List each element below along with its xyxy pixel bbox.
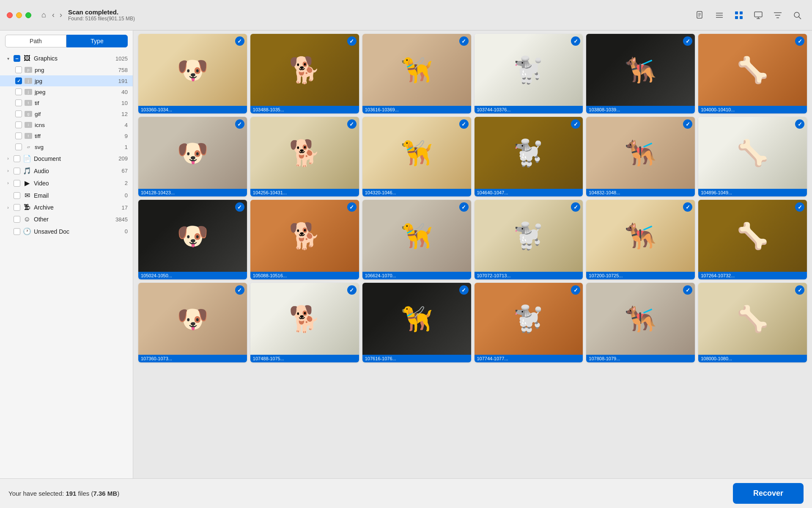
- image-thumbnail: 🐕‍🦺: [586, 283, 695, 355]
- image-card[interactable]: 🐶 103360-1034... ✓: [138, 34, 247, 113]
- tiff-checkbox[interactable]: [15, 133, 22, 139]
- check-badge[interactable]: ✓: [683, 119, 692, 129]
- monitor-view-button[interactable]: [750, 9, 766, 22]
- list-view-button[interactable]: [711, 9, 727, 22]
- check-badge[interactable]: ✓: [683, 202, 692, 212]
- home-button[interactable]: ⌂: [38, 9, 49, 21]
- image-card[interactable]: 🐶 105024-1050... ✓: [138, 200, 247, 279]
- gif-checkbox[interactable]: [15, 110, 22, 117]
- close-button[interactable]: [7, 12, 13, 18]
- document-checkbox[interactable]: [14, 155, 20, 162]
- image-card[interactable]: 🐕‍🦺 107200-10725... ✓: [586, 200, 695, 279]
- sidebar-item-jpeg[interactable]: j jpeg 40: [0, 86, 133, 97]
- image-card[interactable]: 🦮 104320-1046... ✓: [362, 117, 471, 196]
- type-tab[interactable]: Type: [66, 35, 128, 47]
- video-checkbox[interactable]: [14, 180, 20, 187]
- grid-view-button[interactable]: [731, 9, 747, 22]
- png-checkbox[interactable]: [15, 66, 22, 73]
- image-card[interactable]: 🐩 104640-1047... ✓: [475, 117, 583, 196]
- image-card[interactable]: 🦮 107616-1076... ✓: [362, 283, 471, 362]
- image-label: 103616-10369...: [362, 106, 471, 113]
- image-card[interactable]: 🐕 107488-1075... ✓: [250, 283, 359, 362]
- image-card[interactable]: 🐩 103744-10376... ✓: [475, 34, 583, 113]
- path-tab[interactable]: Path: [5, 35, 66, 47]
- check-badge[interactable]: ✓: [235, 285, 244, 295]
- recover-button[interactable]: Recover: [733, 483, 804, 504]
- archive-checkbox[interactable]: [14, 204, 20, 211]
- check-badge[interactable]: ✓: [795, 202, 804, 212]
- other-checkbox[interactable]: [14, 216, 20, 223]
- image-card[interactable]: 🐶 107360-1073... ✓: [138, 283, 247, 362]
- check-badge[interactable]: ✓: [459, 36, 469, 46]
- sidebar-item-video[interactable]: › ▶ Video 2: [0, 177, 133, 189]
- sidebar-item-tif[interactable]: t tif 10: [0, 97, 133, 108]
- sidebar-item-audio[interactable]: › 🎵 Audio 67: [0, 165, 133, 177]
- sidebar-item-icns[interactable]: i icns 4: [0, 119, 133, 130]
- image-card[interactable]: 🐕‍🦺 103808-1039... ✓: [586, 34, 695, 113]
- sidebar-item-gif[interactable]: g gif 12: [0, 108, 133, 119]
- forward-button[interactable]: ›: [57, 9, 65, 21]
- unsaved-checkbox[interactable]: [14, 228, 20, 235]
- filter-button[interactable]: [770, 9, 786, 22]
- image-card[interactable]: 🐩 107072-10713... ✓: [475, 200, 583, 279]
- check-badge[interactable]: ✓: [683, 36, 692, 46]
- image-card[interactable]: 🐕 104256-10431... ✓: [250, 117, 359, 196]
- check-badge[interactable]: ✓: [347, 36, 357, 46]
- check-badge[interactable]: ✓: [347, 285, 357, 295]
- check-badge[interactable]: ✓: [459, 202, 469, 212]
- check-badge[interactable]: ✓: [459, 119, 469, 129]
- sidebar-item-graphics[interactable]: ▾ 🖼 Graphics 1025: [0, 52, 133, 64]
- check-badge[interactable]: ✓: [235, 119, 244, 129]
- image-card[interactable]: 🦴 107264-10732... ✓: [698, 200, 807, 279]
- image-card[interactable]: 🦴 108000-1080... ✓: [698, 283, 807, 362]
- image-card[interactable]: 🦴 104896-1049... ✓: [698, 117, 807, 196]
- check-badge[interactable]: ✓: [795, 119, 804, 129]
- image-card[interactable]: 🐩 107744-1077... ✓: [475, 283, 583, 362]
- image-card[interactable]: 🦮 103616-10369... ✓: [362, 34, 471, 113]
- check-badge[interactable]: ✓: [795, 36, 804, 46]
- audio-count: 67: [122, 168, 128, 174]
- check-badge[interactable]: ✓: [683, 285, 692, 295]
- check-badge[interactable]: ✓: [235, 202, 244, 212]
- graphics-checkbox[interactable]: [14, 55, 20, 62]
- image-label: 104000-10410...: [698, 106, 807, 113]
- check-badge[interactable]: ✓: [459, 285, 469, 295]
- minimize-button[interactable]: [16, 12, 22, 18]
- check-badge[interactable]: ✓: [795, 285, 804, 295]
- audio-checkbox[interactable]: [14, 168, 20, 174]
- sidebar-item-document[interactable]: › 📄 Document 209: [0, 152, 133, 165]
- main-content: Path Type ▾ 🖼 Graphics 1025 p png 758: [0, 30, 812, 478]
- svg-checkbox[interactable]: [15, 144, 22, 150]
- traffic-lights: [7, 12, 31, 18]
- jpeg-checkbox[interactable]: [15, 88, 22, 95]
- search-button[interactable]: [789, 9, 805, 22]
- svg-rect-10: [740, 16, 743, 19]
- image-card[interactable]: 🐕 103488-1035... ✓: [250, 34, 359, 113]
- image-card[interactable]: 🐶 104128-10423... ✓: [138, 117, 247, 196]
- image-card[interactable]: 🦴 104000-10410... ✓: [698, 34, 807, 113]
- sidebar-item-jpg[interactable]: j jpg 191: [0, 75, 133, 86]
- sidebar-item-unsaved[interactable]: 🕐 Unsaved Doc 0: [0, 225, 133, 237]
- back-button[interactable]: ‹: [49, 9, 57, 21]
- sidebar-item-archive[interactable]: › 🗜 Archive 17: [0, 202, 133, 213]
- sidebar-item-email[interactable]: ✉ Email 0: [0, 189, 133, 202]
- file-view-button[interactable]: [692, 9, 708, 22]
- check-badge[interactable]: ✓: [347, 202, 357, 212]
- maximize-button[interactable]: [25, 12, 31, 18]
- image-card[interactable]: 🐕‍🦺 107808-1079... ✓: [586, 283, 695, 362]
- check-badge[interactable]: ✓: [235, 36, 244, 46]
- image-card[interactable]: 🐕 105088-10516... ✓: [250, 200, 359, 279]
- image-label: 104256-10431...: [250, 189, 359, 196]
- image-card[interactable]: 🐕‍🦺 104832-1048... ✓: [586, 117, 695, 196]
- image-label: 106624-1070...: [362, 272, 471, 279]
- image-card[interactable]: 🦮 106624-1070... ✓: [362, 200, 471, 279]
- tif-checkbox[interactable]: [15, 99, 22, 106]
- sidebar-item-png[interactable]: p png 758: [0, 64, 133, 75]
- icns-checkbox[interactable]: [15, 121, 22, 128]
- sidebar-item-other[interactable]: ☺ Other 3845: [0, 213, 133, 225]
- sidebar-item-tiff[interactable]: t tiff 9: [0, 130, 133, 141]
- check-badge[interactable]: ✓: [347, 119, 357, 129]
- email-checkbox[interactable]: [14, 192, 20, 199]
- sidebar-item-svg[interactable]: ▱ svg 1: [0, 141, 133, 152]
- jpg-checkbox[interactable]: [15, 77, 22, 84]
